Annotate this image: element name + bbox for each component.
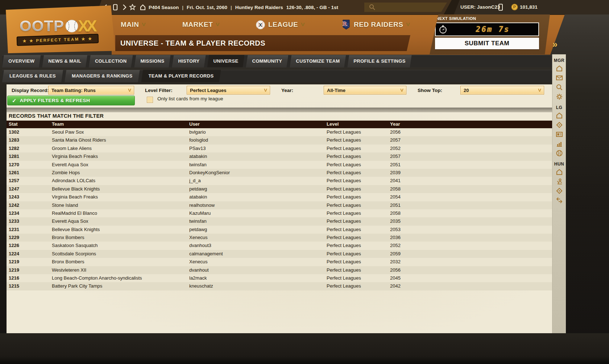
mgr-home-icon[interactable] xyxy=(552,64,566,73)
column-header-team[interactable]: Team xyxy=(52,121,64,127)
hun-trade-icon[interactable] xyxy=(552,196,566,205)
lg-home-icon[interactable] xyxy=(552,111,566,120)
lg-location-icon[interactable] xyxy=(552,120,566,130)
level-filter-dropdown[interactable]: Perfect Leagues V xyxy=(187,86,270,95)
lg-baseball-icon[interactable] xyxy=(552,148,566,158)
table-row[interactable]: 1229 Bronx Bombers Xenecus Perfect Leagu… xyxy=(7,234,552,242)
lg-stats-icon[interactable] xyxy=(552,139,566,148)
tab-customize-team[interactable]: CUSTOMIZE TEAM xyxy=(290,55,346,67)
search-icon[interactable] xyxy=(552,83,566,92)
column-header-user[interactable]: User xyxy=(189,121,200,127)
table-row[interactable]: 1231 Bellevue Black Knights petdawg Perf… xyxy=(7,226,552,234)
team-cell: Everett Aqua Sox xyxy=(52,162,88,167)
column-header-stat[interactable]: Stat xyxy=(9,121,18,127)
table-row[interactable]: 1215 Battery Park City Tamps kneuschatz … xyxy=(7,282,552,290)
records-table-body: 1302 Seoul Paw Sox bvlgario Perfect Leag… xyxy=(7,128,552,290)
year-cell: 2032 xyxy=(390,259,401,264)
window-icon[interactable] xyxy=(112,4,118,11)
table-row[interactable]: 1226 Saskatoon Sasquatch dvanhout3 Perfe… xyxy=(7,242,552,250)
device-icon[interactable] xyxy=(498,4,503,11)
next-simulation-panel: NEXT SIMULATION 26m 7s SUBMIT TEAM xyxy=(430,14,550,54)
nav-market[interactable]: MARKET V xyxy=(182,16,220,33)
ootp-logo[interactable]: OOTP XX ★ ★ PERFECT TEAM ★ ★ xyxy=(6,5,115,53)
svg-text:R: R xyxy=(343,20,347,27)
table-row[interactable]: 1219 Bronx Bombers Xenecus Perfect Leagu… xyxy=(7,258,552,266)
level-cell: Perfect Leagues xyxy=(327,275,361,281)
simulation-timer: 26m 7s xyxy=(435,22,539,36)
table-row[interactable]: 1302 Seoul Paw Sox bvlgario Perfect Leag… xyxy=(7,128,552,136)
table-row[interactable]: 1281 Virginia Beach Freaks atabakin Perf… xyxy=(7,152,552,160)
tab-collection[interactable]: COLLECTION xyxy=(89,55,133,67)
right-sidebar: MGR LG HUN xyxy=(552,54,566,333)
hun-manager-icon[interactable] xyxy=(552,177,566,186)
status-line: P404 Season | Fri. Oct. 1st, 2060 | Hunt… xyxy=(149,0,338,14)
search-box[interactable] xyxy=(364,3,447,12)
level-cell: Perfect Leagues xyxy=(327,235,361,240)
tab-universe[interactable]: UNIVERSE xyxy=(207,55,245,67)
stat-cell: 1234 xyxy=(9,210,19,216)
tab-community[interactable]: COMMUNITY xyxy=(246,55,288,67)
table-row[interactable]: 1283 Santa Maria Ghost Riders foolsglod … xyxy=(7,136,552,144)
level-cell: Perfect Leagues xyxy=(327,259,361,264)
tab-profile-settings[interactable]: PROFILE & SETTINGS xyxy=(347,55,411,67)
tab-managers-rankings[interactable]: MANAGERS & RANKINGS xyxy=(65,70,140,82)
table-row[interactable]: 1247 Bellevue Black Knights petdawg Perf… xyxy=(7,185,552,193)
table-row[interactable]: 1242 Stone Island realhotsnow Perfect Le… xyxy=(7,201,552,209)
column-header-year[interactable]: Year xyxy=(390,121,400,127)
table-row[interactable]: 1257 Adirondack LOLCats j_d_a Perfect Le… xyxy=(7,177,552,185)
column-header-level[interactable]: Level xyxy=(327,121,339,127)
year-dropdown[interactable]: All-Time V xyxy=(324,86,406,95)
table-row[interactable]: 1233 Everett Aqua Sox twinsfan Perfect L… xyxy=(7,217,552,225)
level-cell: Perfect Leagues xyxy=(327,283,361,289)
user-cell: Xenecus xyxy=(189,235,208,240)
stat-cell: 1229 xyxy=(9,235,19,240)
user-cell: atabakin xyxy=(189,154,207,159)
user-cell: foolsglod xyxy=(189,137,208,143)
sidebar-expand-icon[interactable]: » xyxy=(552,39,558,50)
forward-icon[interactable] xyxy=(121,4,127,11)
hun-location-icon[interactable] xyxy=(552,186,566,196)
tab-news-mail[interactable]: NEWS & MAIL xyxy=(42,55,87,67)
table-row[interactable]: 1234 RealMadrid El Blanco KazuMaru Perfe… xyxy=(7,209,552,217)
year-cell: 2057 xyxy=(390,137,401,143)
top-bar-center: P404 Season | Fri. Oct. 1st, 2060 | Hunt… xyxy=(96,0,452,14)
level-cell: Perfect Leagues xyxy=(327,162,361,167)
nav-main[interactable]: MAIN V xyxy=(121,16,146,33)
mail-icon[interactable] xyxy=(552,73,566,83)
table-row[interactable]: 1219 Westvleteren XII dvanhout Perfect L… xyxy=(7,266,552,274)
lg-card-icon[interactable] xyxy=(552,130,566,139)
nav-team[interactable]: R R RED RAIDERS V xyxy=(341,16,410,33)
tab-leagues-rules[interactable]: LEAGUES & RULES xyxy=(2,70,63,82)
display-record-dropdown[interactable]: Team Batting: Runs V xyxy=(48,86,134,95)
hun-home-icon[interactable] xyxy=(552,167,566,177)
level-cell: Perfect Leagues xyxy=(327,178,361,183)
logo-baseball-icon xyxy=(65,19,79,33)
show-top-dropdown[interactable]: 20 V xyxy=(460,86,544,95)
table-row[interactable]: 1216 Long Beach-Compton Anarcho-syndical… xyxy=(7,274,552,282)
table-row[interactable]: 1243 Virginia Beach Freaks atabakin Perf… xyxy=(7,193,552,201)
table-row[interactable]: 1270 Everett Aqua Sox twinsfan Perfect L… xyxy=(7,161,552,169)
table-row[interactable]: 1224 Scottsdale Scorpions calmanagement … xyxy=(7,250,552,258)
nav-league[interactable]: X LEAGUE V xyxy=(256,16,305,33)
table-row[interactable]: 1282 Groom Lake Aliens PSav13 Perfect Le… xyxy=(7,145,552,152)
user-cell: j_d_a xyxy=(189,178,201,183)
table-row[interactable]: 1261 Zombie Hops DonkeyKongSenior Perfec… xyxy=(7,169,552,177)
apply-filters-button[interactable]: ✓ APPLY FILTERS & REFRESH xyxy=(7,96,135,105)
chevron-down-icon: V xyxy=(216,22,220,27)
user-cell: bvlgario xyxy=(189,129,206,135)
team-cell: Santa Maria Ghost Riders xyxy=(52,137,106,143)
tab-history[interactable]: HISTORY xyxy=(172,55,206,67)
my-league-checkbox[interactable] xyxy=(147,97,153,103)
submit-team-button[interactable]: SUBMIT TEAM xyxy=(435,38,539,49)
year-cell: 2051 xyxy=(390,202,401,208)
favorite-star-icon[interactable] xyxy=(129,4,136,11)
tab-team-player-records[interactable]: TEAM & PLAYER RECORDS xyxy=(141,70,221,82)
user-cell: Xenecus xyxy=(189,259,208,264)
team-cell: Bronx Bombers xyxy=(52,259,84,264)
tab-missions[interactable]: MISSIONS xyxy=(134,55,170,67)
settings-gear-icon[interactable] xyxy=(552,92,566,101)
tab-overview[interactable]: OVERVIEW xyxy=(2,55,41,67)
home-icon[interactable] xyxy=(140,4,146,11)
sidebar-group-lg: LG xyxy=(552,105,566,110)
stat-cell: 1233 xyxy=(9,218,19,224)
